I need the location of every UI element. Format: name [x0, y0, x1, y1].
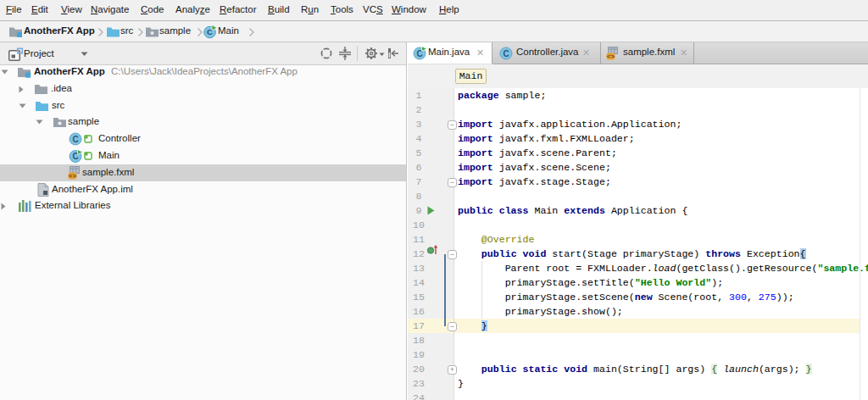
svg-text:C: C: [72, 135, 78, 144]
svg-text:<>: <>: [69, 172, 77, 180]
svg-text:C: C: [503, 49, 509, 58]
svg-text:<>: <>: [607, 53, 615, 60]
